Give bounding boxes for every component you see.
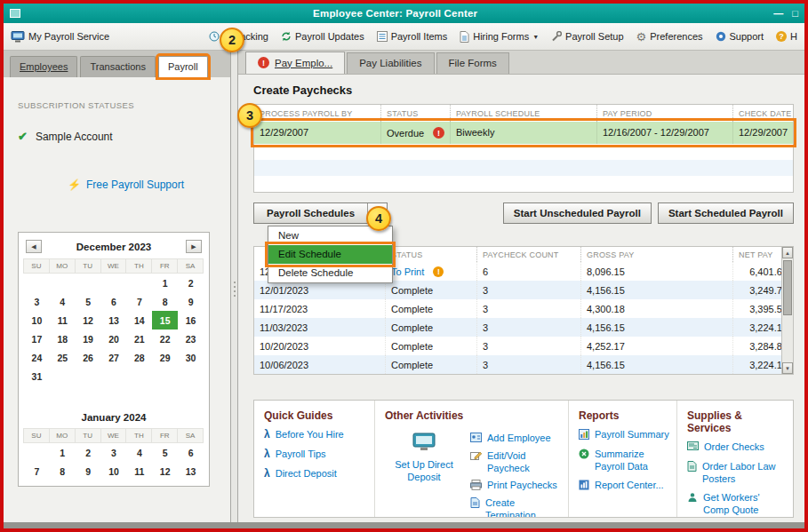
recent-payroll-row[interactable]: 10/20/2023 Complete 3 4,252.17 3,284.89 (254, 337, 793, 355)
account-name: Sample Account (36, 131, 113, 143)
calendar-prev-button[interactable]: ◀ (26, 240, 42, 253)
tab-transactions[interactable]: Transactions (80, 56, 156, 77)
minimize-button[interactable]: — (773, 8, 783, 19)
payroll-items-button[interactable]: Payroll Items (377, 31, 448, 42)
calendar-day (178, 367, 204, 385)
calendar-day[interactable]: 22 (152, 330, 178, 348)
set-up-direct-deposit-link[interactable]: Set Up Direct Deposit (385, 427, 463, 517)
calendar-day[interactable]: 3 (24, 292, 50, 311)
menu-item-delete-schedule[interactable]: Delete Schedule (268, 264, 392, 282)
calendar-day[interactable]: 7 (24, 462, 50, 480)
pane-splitter[interactable] (231, 51, 238, 528)
tab-employees[interactable]: Employees (10, 56, 77, 77)
page-title: Create Paychecks (253, 83, 794, 97)
calendar-day[interactable]: 18 (50, 330, 76, 348)
calendar-day[interactable]: 25 (50, 348, 76, 367)
calendar-day[interactable]: 16 (178, 311, 204, 330)
calendar-day[interactable]: 1 (50, 443, 76, 462)
calendar-day[interactable]: 4 (50, 292, 76, 311)
calendar-day[interactable]: 12 (152, 462, 178, 480)
calendar-day[interactable]: 13 (178, 462, 204, 480)
calendar-day[interactable]: 21 (126, 330, 152, 348)
recent-payroll-row[interactable]: 12/01/2023 Complete 3 4,156.15 3,249.71 (254, 281, 793, 299)
calendar-day[interactable]: 29 (152, 348, 178, 367)
calendar-day[interactable]: 19 (76, 330, 101, 348)
create-termination-link[interactable]: Create Termination (470, 497, 561, 517)
start-scheduled-payroll-button[interactable]: Start Scheduled Payroll (658, 202, 794, 224)
calendar-day[interactable]: 8 (152, 292, 178, 311)
my-payroll-service-button[interactable]: My Payroll Service (11, 31, 109, 43)
calendar-day[interactable]: 28 (126, 348, 152, 367)
calendar-day[interactable]: 24 (24, 348, 50, 367)
direct-deposit-link[interactable]: λDirect Deposit (264, 468, 367, 480)
scrollbar-thumb[interactable] (783, 260, 792, 315)
calendar-day[interactable]: 27 (101, 348, 127, 367)
support-button[interactable]: Support (716, 31, 764, 42)
calendar-day[interactable]: 9 (178, 292, 204, 311)
help-button[interactable]: ? H (776, 31, 797, 42)
calendar-day (50, 367, 76, 385)
order-checks-link[interactable]: Order Checks (687, 441, 786, 454)
calendar-day[interactable]: 23 (178, 330, 204, 348)
recent-payroll-row[interactable]: 11/17/2023 Complete 3 4,300.18 3,395.50 (254, 299, 793, 318)
calendar-day[interactable]: 10 (101, 462, 127, 480)
calendar-day[interactable]: 9 (76, 462, 101, 480)
hiring-forms-button[interactable]: Hiring Forms ▼ (460, 31, 539, 43)
calendar-day[interactable]: 1 (152, 274, 178, 292)
calendar-day[interactable]: 6 (178, 443, 204, 462)
tab-file-forms[interactable]: File Forms (436, 52, 509, 74)
scroll-down-button[interactable]: ▼ (782, 362, 793, 374)
calendar-day[interactable]: 5 (152, 443, 178, 462)
window-body: Employees Transactions Payroll SUBSCRIPT… (4, 51, 804, 528)
vertical-scrollbar[interactable]: ▲ ▼ (781, 247, 793, 374)
recent-payroll-row[interactable]: 10/06/2023 Complete 3 4,156.15 3,224.14 (254, 355, 793, 374)
calendar-day[interactable]: 2 (178, 274, 204, 292)
edit-void-paycheck-link[interactable]: Edit/Void Paycheck (470, 450, 561, 475)
calendar-day[interactable]: 6 (101, 292, 127, 311)
calendar-day[interactable]: 8 (50, 462, 76, 480)
scroll-up-button[interactable]: ▲ (782, 247, 793, 258)
calendar-day[interactable]: 31 (24, 367, 50, 385)
process-by-cell: 12/29/2007 (254, 122, 380, 144)
preferences-button[interactable]: ⚙ Preferences (636, 31, 703, 43)
calendar-day[interactable]: 11 (126, 462, 152, 480)
calendar-day[interactable]: 4 (126, 443, 152, 462)
print-paychecks-link[interactable]: Print Paychecks (470, 480, 561, 492)
to-print-link[interactable]: To Print (391, 266, 424, 277)
calendar-next-button[interactable]: ▶ (186, 240, 202, 253)
start-unscheduled-payroll-button[interactable]: Start Unscheduled Payroll (503, 202, 652, 224)
report-center-link[interactable]: Report Center... (579, 480, 669, 492)
summarize-payroll-data-link[interactable]: Summarize Payroll Data (579, 449, 669, 473)
tab-pay-liabilities[interactable]: Pay Liabilities (347, 52, 434, 74)
tab-payroll[interactable]: Payroll (158, 56, 208, 77)
calendar-day[interactable]: 13 (101, 311, 127, 330)
calendar-day[interactable]: 15 (152, 311, 178, 330)
workers-comp-link[interactable]: Get Workers' Comp Quote (687, 492, 786, 517)
recent-payroll-row[interactable]: 11/03/2023 Complete 3 4,156.15 3,224.16 (254, 318, 793, 337)
payroll-summary-link[interactable]: Payroll Summary (579, 429, 669, 441)
calendar-day[interactable]: 11 (50, 311, 76, 330)
calendar-day[interactable]: 12 (76, 311, 101, 330)
calendar-day[interactable]: 5 (76, 292, 101, 311)
calendar-day[interactable]: 2 (76, 443, 101, 462)
free-payroll-support-link[interactable]: ⚡ Free Payroll Support (68, 179, 218, 191)
pay-period-cell: 12/16/2007 - 12/29/2007 (596, 122, 732, 144)
calendar-day[interactable]: 14 (126, 311, 152, 330)
calendar-day[interactable]: 10 (24, 311, 50, 330)
overdue-payroll-row[interactable]: 12/29/2007 Overdue ! Biweekly 12/16/2007… (254, 122, 793, 144)
before-you-hire-link[interactable]: λBefore You Hire (264, 429, 367, 441)
calendar-day[interactable]: 3 (101, 443, 127, 462)
add-employee-link[interactable]: Add Employee (470, 433, 561, 445)
payroll-updates-button[interactable]: Payroll Updates (281, 31, 364, 42)
calendar-day[interactable]: 26 (76, 348, 101, 367)
menu-item-edit-schedule[interactable]: Edit Schedule (268, 245, 392, 264)
calendar-day[interactable]: 7 (126, 292, 152, 311)
payroll-setup-button[interactable]: Payroll Setup (551, 31, 623, 42)
calendar-day[interactable]: 30 (178, 348, 204, 367)
payroll-tips-link[interactable]: λPayroll Tips (264, 449, 367, 461)
tab-pay-employees[interactable]: ! Pay Emplo... (245, 52, 345, 74)
maximize-button[interactable]: □ (792, 8, 798, 19)
calendar-day[interactable]: 20 (101, 330, 127, 348)
order-posters-link[interactable]: Order Labor Law Posters (687, 461, 786, 486)
calendar-day[interactable]: 17 (24, 330, 50, 348)
